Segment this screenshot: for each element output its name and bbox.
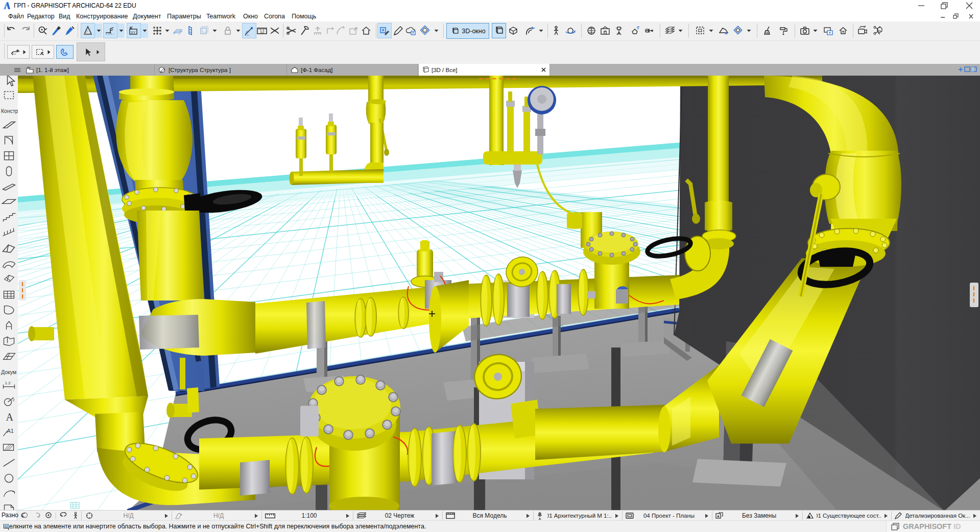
svg-text:A: A	[6, 411, 14, 423]
svg-text:2: 2	[13, 398, 15, 402]
svg-text:A1: A1	[7, 428, 14, 434]
svg-text:1.2: 1.2	[5, 381, 11, 385]
svg-text:Докум: Докум	[1, 369, 16, 375]
svg-text:Констр: Констр	[1, 108, 18, 114]
svg-text:XY: XY	[131, 31, 136, 34]
svg-text:12: 12	[260, 30, 264, 34]
